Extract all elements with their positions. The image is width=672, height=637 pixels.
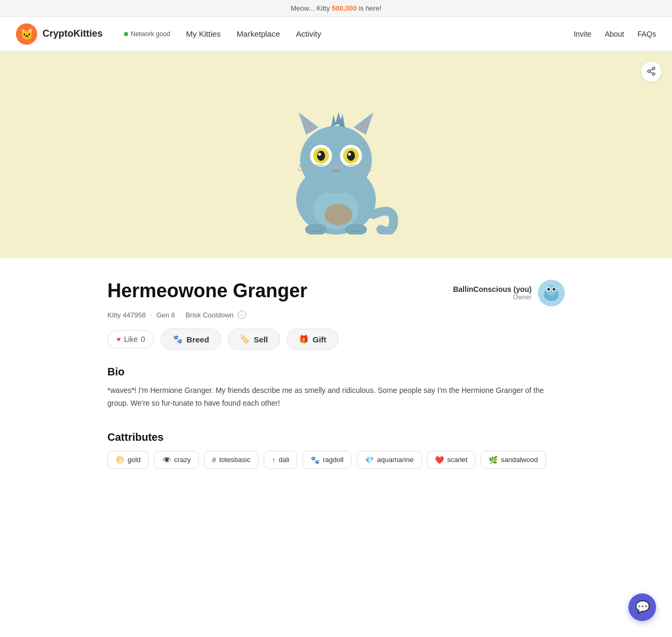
- svg-point-33: [553, 288, 556, 291]
- navbar: 🐱 CryptoKitties Network good My Kitties …: [0, 17, 672, 51]
- svg-line-3: [650, 72, 652, 73]
- gold-icon: 🌕: [115, 456, 124, 464]
- cooldown-info-icon[interactable]: i: [238, 311, 246, 319]
- kitty-header: Hermeowone Granger BallinConscious (you)…: [107, 280, 565, 306]
- gold-label: gold: [128, 456, 141, 464]
- ragdoll-icon: 🐾: [310, 456, 320, 464]
- cattribute-aquamarine[interactable]: 💎 aquamarine: [357, 451, 422, 469]
- action-row: ♥ Like 0 🐾 Breed 🏷️ Sell 🎁 Gift: [107, 329, 565, 350]
- gift-label: Gift: [313, 335, 326, 344]
- banner-highlight: 500,000: [332, 4, 357, 12]
- cattributes-grid: 🌕 gold 👁️ crazy # totesbasic ↑ dali 🐾 ra…: [107, 451, 565, 469]
- svg-point-7: [324, 204, 352, 225]
- cattribute-gold[interactable]: 🌕 gold: [107, 451, 149, 469]
- network-status: Network good: [124, 30, 170, 38]
- cattributes-section: Cattributes 🌕 gold 👁️ crazy # totesbasic…: [107, 431, 565, 469]
- bio-title: Bio: [107, 366, 565, 378]
- like-label: Like: [124, 335, 138, 343]
- svg-point-20: [317, 151, 325, 161]
- kitty-name: Hermeowone Granger: [107, 280, 307, 302]
- owner-block: BallinConscious (you) Owner: [453, 280, 565, 306]
- cattribute-scarlet[interactable]: ❤️ scarlet: [427, 451, 475, 469]
- svg-point-22: [318, 153, 321, 156]
- svg-point-24: [333, 165, 339, 170]
- totesbasic-icon: #: [212, 456, 216, 464]
- sandalwood-label: sandalwood: [501, 456, 537, 464]
- dali-icon: ↑: [272, 456, 275, 464]
- gift-icon: 🎁: [299, 334, 309, 344]
- gift-button[interactable]: 🎁 Gift: [287, 329, 339, 350]
- svg-line-4: [650, 69, 652, 70]
- svg-point-21: [347, 151, 355, 161]
- content-area: Hermeowone Granger BallinConscious (you)…: [97, 258, 575, 501]
- aquamarine-label: aquamarine: [377, 456, 414, 464]
- bio-text: *waves*! I'm Hermione Granger. My friend…: [107, 384, 565, 410]
- sell-icon: 🏷️: [240, 334, 250, 344]
- cattribute-sandalwood[interactable]: 🌿 sandalwood: [481, 451, 545, 469]
- breed-icon: 🐾: [173, 334, 183, 344]
- banner-text-prefix: Meow... Kitty: [291, 4, 332, 12]
- sell-label: Sell: [254, 335, 268, 344]
- cattributes-title: Cattributes: [107, 431, 565, 443]
- crazy-label: crazy: [174, 456, 191, 464]
- nav-right: Invite About FAQs: [574, 30, 656, 38]
- breed-button[interactable]: 🐾 Breed: [161, 329, 222, 350]
- kitty-meta: Kitty 447958 · Gen 8 · Brisk Cooldown i: [107, 311, 565, 319]
- cattribute-dali[interactable]: ↑ dali: [264, 451, 297, 469]
- nav-marketplace[interactable]: Marketplace: [237, 29, 280, 38]
- cattribute-ragdoll[interactable]: 🐾 ragdoll: [303, 451, 351, 469]
- brand-link[interactable]: 🐱 CryptoKitties: [16, 23, 103, 45]
- owner-avatar[interactable]: [538, 280, 565, 306]
- crazy-icon: 👁️: [162, 456, 171, 464]
- nav-invite[interactable]: Invite: [574, 30, 591, 38]
- scarlet-icon: ❤️: [435, 456, 444, 464]
- owner-name: BallinConscious (you): [453, 285, 532, 294]
- share-button[interactable]: [641, 62, 661, 82]
- cattribute-crazy[interactable]: 👁️ crazy: [154, 451, 199, 469]
- owner-info: BallinConscious (you) Owner: [453, 285, 532, 301]
- totesbasic-label: totesbasic: [219, 456, 250, 464]
- svg-marker-13: [331, 115, 336, 127]
- brand-name: CryptoKitties: [43, 28, 103, 39]
- aquamarine-icon: 💎: [365, 456, 374, 464]
- nav-links: My Kitties Marketplace Activity: [186, 29, 574, 38]
- share-icon: [646, 66, 656, 78]
- like-count: 0: [141, 335, 145, 343]
- network-dot: [124, 32, 128, 36]
- svg-point-23: [348, 153, 351, 156]
- top-banner: Meow... Kitty 500,000 is here!: [0, 0, 672, 17]
- kitty-id: Kitty 447958: [107, 311, 146, 319]
- bio-section: Bio *waves*! I'm Hermione Granger. My fr…: [107, 366, 565, 410]
- nav-my-kitties[interactable]: My Kitties: [186, 29, 221, 38]
- nav-faqs[interactable]: FAQs: [637, 30, 656, 38]
- network-label: Network good: [131, 30, 170, 38]
- brand-logo: 🐱: [16, 23, 37, 45]
- like-button[interactable]: ♥ Like 0: [107, 330, 154, 348]
- sandalwood-icon: 🌿: [489, 456, 498, 464]
- hero-area: [0, 51, 672, 258]
- scarlet-label: scarlet: [447, 456, 467, 464]
- owner-label: Owner: [453, 294, 532, 301]
- heart-icon: ♥: [116, 335, 121, 343]
- brand-emoji: 🐱: [20, 28, 33, 40]
- breed-label: Breed: [187, 335, 209, 344]
- banner-text-suffix: is here!: [357, 4, 381, 12]
- kitty-illustration: [256, 75, 416, 234]
- ragdoll-label: ragdoll: [323, 456, 343, 464]
- svg-point-32: [548, 288, 550, 291]
- kitty-gen: Gen 8: [156, 311, 175, 319]
- kitty-title-block: Hermeowone Granger: [107, 280, 307, 302]
- nav-about[interactable]: About: [604, 30, 624, 38]
- cattribute-totesbasic[interactable]: # totesbasic: [204, 451, 258, 469]
- nav-activity[interactable]: Activity: [296, 29, 322, 38]
- kitty-cooldown: Brisk Cooldown: [186, 311, 233, 319]
- sell-button[interactable]: 🏷️ Sell: [228, 329, 280, 350]
- dali-label: dali: [279, 456, 289, 464]
